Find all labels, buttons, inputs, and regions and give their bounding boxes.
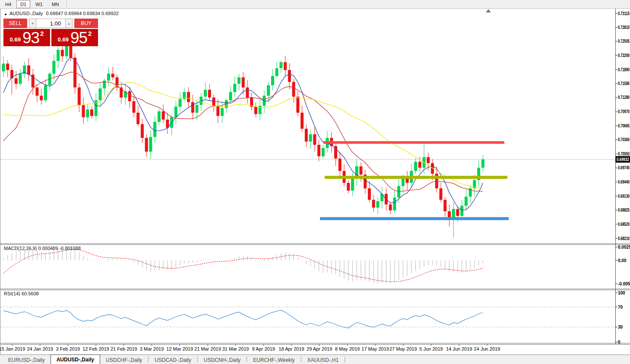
tab-usdcnh-daily[interactable]: USDCNH-,Daily <box>198 356 246 364</box>
resistance-red[interactable] <box>323 141 504 144</box>
price-axis-label: 0.68210 <box>618 236 630 241</box>
time-axis-label: 3 Mar 2019 <box>140 346 164 351</box>
buy-price-prefix: 0.69 <box>58 36 69 43</box>
tab-eurusd-daily[interactable]: EURUSD-,Daily <box>3 356 51 364</box>
time-axis-label: 8 May 2019 <box>335 346 360 351</box>
price-axis-label: 0.72505 <box>618 39 630 44</box>
price-axis-label: 0.69440 <box>618 180 630 184</box>
price-axis-label: 0.69745 <box>618 165 630 170</box>
time-axis-label: 21 Feb 2019 <box>111 346 137 351</box>
price-axis-label: 0.70360 <box>618 137 630 142</box>
time-axis-label: 17 May 2019 <box>361 346 389 351</box>
time-axis-label: 31 Mar 2019 <box>222 346 249 351</box>
time-axis-label: 12 Feb 2019 <box>82 346 109 351</box>
volume-decrease-button[interactable]: ▼ <box>29 19 36 28</box>
time-axis-label: 24 Jun 2019 <box>474 346 500 351</box>
buy-price-fraction: 2 <box>88 30 92 37</box>
volume-input[interactable]: 1.00 <box>36 19 65 28</box>
sell-price-fraction: 2 <box>40 30 44 37</box>
sell-button[interactable]: SELL <box>3 19 27 28</box>
price-axis-label: 0.68825 <box>618 208 630 212</box>
rsi-axis-label: 30 <box>618 325 623 329</box>
current-price-tag-text: 0.69932 <box>617 157 629 162</box>
price-axis-label: 0.71585 <box>618 81 630 86</box>
tab-divider <box>345 357 345 362</box>
tab-xauusd-h1[interactable]: XAUUSD-,H1 <box>302 356 345 364</box>
rsi-axis-label: 100 <box>618 291 625 295</box>
chart-header: ▲AUDUSD-,Daily0.69847 0.69964 0.69834 0.… <box>4 11 119 16</box>
price-axis-label: 0.71280 <box>618 95 630 100</box>
timeframe-d1-button[interactable]: D1 <box>16 0 30 8</box>
price-axis-label: 0.72810 <box>618 25 630 30</box>
tab-usdcad-daily[interactable]: USDCAD-,Daily <box>149 356 197 364</box>
macd-axis-label: -0.00525 <box>618 282 630 286</box>
tab-divider <box>148 357 149 362</box>
chart-canvas[interactable]: 0.731150.728100.725050.722000.718900.715… <box>0 0 630 364</box>
chart-symbol-label: AUDUSD-,Daily <box>9 11 43 16</box>
time-axis-label: 27 May 2019 <box>389 346 417 351</box>
macd-indicator-label: MACD(12,26,9) 0.000489 -0.001088 <box>4 246 81 251</box>
tab-divider <box>247 357 247 362</box>
time-axis-label: 12 Mar 2019 <box>166 346 193 351</box>
symbol-marker-icon: ▲ <box>4 12 7 16</box>
tab-divider <box>301 357 301 362</box>
time-axis-label: 29 Apr 2019 <box>307 346 332 351</box>
price-axis-label: 0.71890 <box>618 67 630 72</box>
volume-increase-button[interactable]: ▲ <box>65 19 73 28</box>
time-axis-label: 18 Apr 2019 <box>279 346 304 351</box>
macd-axis-label: 0.00 <box>618 258 627 263</box>
terminal-window: 0.731150.728100.725050.722000.718900.715… <box>0 0 630 364</box>
one-click-trading-widget: SELL ▼ 1.00 ▲ BUY 0.69 93 2 0.69 95 2 <box>3 19 98 46</box>
buy-price-tile[interactable]: 0.69 95 2 <box>51 29 98 46</box>
rsi-indicator-label: RSI(14) 60.5608 <box>4 291 39 296</box>
pivot-olive[interactable] <box>325 176 507 179</box>
time-axis-label: 5 Jun 2019 <box>419 346 443 351</box>
price-axis-label: 0.70665 <box>618 123 630 128</box>
timeframe-mn-button[interactable]: MN <box>48 0 63 8</box>
sell-price-pips: 93 <box>22 32 39 44</box>
chart-shift-marker-icon[interactable] <box>486 9 491 13</box>
timeframe-w1-button[interactable]: W1 <box>32 0 47 8</box>
chart-tabs-bar: EURUSD-,Daily AUDUSD-,Daily USDCHF-,Dail… <box>0 355 630 364</box>
macd-axis-label: 0.002984 <box>618 245 630 250</box>
timeframe-h4-button[interactable]: H4 <box>1 0 15 8</box>
price-axis-label: 0.68520 <box>618 222 630 227</box>
tab-audusd-daily[interactable]: AUDUSD-,Daily <box>51 355 100 364</box>
support-blue[interactable] <box>320 217 509 220</box>
tab-usdchf-daily[interactable]: USDCHF-,Daily <box>100 356 148 364</box>
time-axis-label: 24 Jan 2019 <box>27 346 53 351</box>
price-axis-label: 0.69130 <box>618 194 630 199</box>
rsi-axis-label: 70 <box>618 305 623 310</box>
tab-divider <box>197 357 198 362</box>
price-axis-label: 0.70050 <box>618 152 630 156</box>
price-axis-label: 0.73115 <box>618 11 630 16</box>
time-axis-label: 3 Feb 2019 <box>56 346 80 351</box>
rsi-axis-label: 0 <box>618 340 621 345</box>
time-axis-label: 9 Apr 2019 <box>252 346 275 351</box>
buy-price-pips: 95 <box>70 32 87 44</box>
toolbar-divider <box>66 1 67 7</box>
sell-price-prefix: 0.69 <box>10 36 21 43</box>
time-axis-label: 14 Jun 2019 <box>446 346 472 351</box>
price-axis-label: 0.72200 <box>618 53 630 58</box>
sell-price-tile[interactable]: 0.69 93 2 <box>3 29 50 46</box>
time-axis-label: 21 Mar 2019 <box>194 346 221 351</box>
timeframe-toolbar: H4 D1 W1 MN <box>0 0 630 9</box>
time-axis-label: 15 Jan 2019 <box>0 346 25 351</box>
price-axis-label: 0.70970 <box>618 109 630 114</box>
buy-button[interactable]: BUY <box>74 19 98 28</box>
tab-eurchf-weekly[interactable]: EURCHF-,Weekly <box>247 356 300 364</box>
chart-ohlc-values: 0.69847 0.69964 0.69834 0.69932 <box>46 11 119 16</box>
